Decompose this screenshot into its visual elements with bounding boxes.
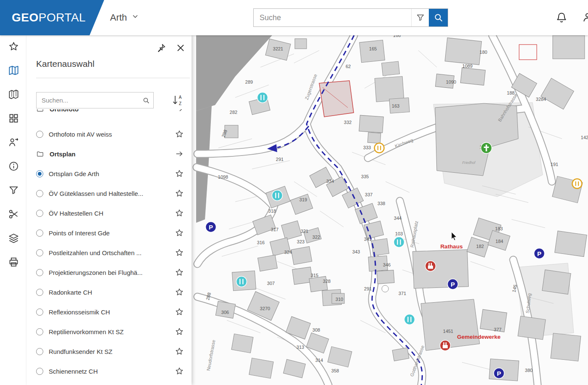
layer-radio-button[interactable] <box>36 190 43 197</box>
favorite-star-icon[interactable] <box>175 307 185 317</box>
expand-folder-arrow-icon[interactable] <box>175 149 185 159</box>
favorite-star-icon[interactable] <box>175 367 185 377</box>
poi-orange-icon[interactable] <box>375 143 384 153</box>
layer-radio-row[interactable]: Rundfunksender Kt SZ <box>27 342 192 361</box>
favorite-star-icon[interactable] <box>175 287 185 298</box>
rail-item-share-user[interactable] <box>0 131 27 155</box>
rail-item-layers[interactable] <box>0 227 27 251</box>
poi-orange-icon[interactable] <box>572 179 582 189</box>
poi-parking-icon[interactable]: P <box>494 368 504 379</box>
parcel-number: 358 <box>331 368 339 373</box>
poi-works-icon[interactable] <box>440 340 451 351</box>
building <box>392 348 409 361</box>
building <box>555 231 587 256</box>
layer-label: Projektierungszonen bei Flughä... <box>49 269 169 276</box>
layer-radio-row[interactable]: Projektierungszonen bei Flughä... <box>27 263 192 282</box>
layer-radio-row[interactable]: Ortsplan Gde Arth <box>27 164 192 184</box>
close-panel-icon[interactable] <box>176 43 186 53</box>
layer-radio-row[interactable]: ÖV Güteklassen und Haltestelle... <box>27 184 192 203</box>
favorite-star-icon[interactable] <box>175 208 185 219</box>
favorite-star-icon[interactable] <box>175 327 185 337</box>
layer-radio-button[interactable] <box>36 368 43 375</box>
layer-radio-row[interactable]: Radonkarte CH <box>27 282 192 302</box>
layer-radio-row[interactable]: Reflexionsseismik CH <box>27 302 192 322</box>
poi-restaurant-icon[interactable] <box>404 314 415 325</box>
layer-radio-row[interactable]: Points of Interest Gde <box>27 223 192 243</box>
parcel-number: 341 <box>364 237 372 242</box>
poi-restaurant-icon[interactable] <box>236 277 247 287</box>
rail-item-apps[interactable] <box>0 107 27 131</box>
poi-parking-icon[interactable]: P <box>206 222 216 232</box>
map-select-icon <box>8 65 19 78</box>
layer-radio-button[interactable] <box>36 170 43 177</box>
svg-text:Z: Z <box>179 101 181 106</box>
svg-text:P: P <box>451 281 455 288</box>
layer-label: Orthofoto mit AV weiss <box>49 131 169 138</box>
layer-radio-row[interactable]: Reptilienvorkommen Kt SZ <box>27 322 192 342</box>
parcel-number: 3284 <box>536 97 546 102</box>
svg-text:P: P <box>497 370 501 377</box>
poi-restaurant-icon[interactable] <box>257 92 268 103</box>
rail-item-favorites[interactable] <box>0 35 27 59</box>
layer-panel: Kartenauswahl AZ OrthofotoOrthofoto mit … <box>27 35 192 385</box>
pin-panel-icon[interactable] <box>156 43 166 53</box>
favorite-star-icon[interactable] <box>175 228 185 238</box>
layer-folder-row[interactable]: Orthofoto <box>27 109 192 119</box>
parcel-number: 322 <box>312 235 320 240</box>
favorite-star-icon[interactable] <box>175 268 185 278</box>
folder-icon <box>36 109 44 113</box>
layer-label: Reptilienvorkommen Kt SZ <box>49 328 169 335</box>
account-icon-partial[interactable] <box>582 11 588 24</box>
poi-restaurant-icon[interactable] <box>272 190 283 201</box>
layer-radio-button[interactable] <box>36 348 43 355</box>
favorite-star-icon[interactable] <box>175 248 185 258</box>
sort-az-icon[interactable]: AZ <box>171 94 184 107</box>
poi-parking-icon[interactable]: P <box>448 279 458 290</box>
layer-label: ÖV Haltestellen CH <box>49 210 169 217</box>
search-button[interactable] <box>429 9 448 26</box>
parcel-number: 62 <box>346 64 351 69</box>
layer-radio-row[interactable]: Orthofoto mit AV weiss <box>27 124 192 144</box>
poi-works-icon[interactable] <box>425 261 436 272</box>
layer-search-input[interactable] <box>37 97 139 104</box>
search-filter-icon[interactable] <box>411 9 429 26</box>
favorite-star-icon[interactable] <box>175 189 185 199</box>
favorite-star-icon[interactable] <box>175 347 185 357</box>
layer-radio-row[interactable]: Postleitzahlen und Ortschaften ... <box>27 243 192 263</box>
layer-radio-button[interactable] <box>36 131 43 138</box>
layer-radio-button[interactable] <box>36 328 43 335</box>
layer-radio-row[interactable]: Schienennetz CH <box>27 361 192 381</box>
rail-item-clip[interactable] <box>0 203 27 227</box>
rail-item-map-select[interactable] <box>0 59 27 83</box>
layer-radio-button[interactable] <box>36 229 43 237</box>
layer-radio-row[interactable]: ÖV Haltestellen CH <box>27 203 192 223</box>
print-icon <box>8 256 19 269</box>
expand-folder-arrow-icon[interactable] <box>175 109 185 114</box>
layer-radio-button[interactable] <box>36 269 43 276</box>
rail-item-filter[interactable] <box>0 179 27 203</box>
poi-church-icon[interactable] <box>481 142 492 153</box>
poi-parking-icon[interactable]: P <box>534 248 545 259</box>
rail-item-info[interactable] <box>0 155 27 179</box>
notifications-bell-icon[interactable] <box>555 11 568 24</box>
favorite-star-icon[interactable] <box>175 129 185 140</box>
layer-radio-button[interactable] <box>36 289 43 296</box>
favorite-star-icon[interactable] <box>175 169 185 179</box>
clip-icon <box>8 208 19 222</box>
layer-label: Schienennetz CH <box>49 368 169 375</box>
layer-folder-label: Orthofoto <box>50 109 169 113</box>
layer-radio-button[interactable] <box>36 210 43 217</box>
layer-radio-button[interactable] <box>36 309 43 316</box>
layer-radio-button[interactable] <box>36 249 43 256</box>
layer-search-icon[interactable] <box>139 97 153 104</box>
rail-item-print[interactable] <box>0 251 27 275</box>
search-input[interactable] <box>254 9 411 26</box>
rail-item-background-maps[interactable] <box>0 83 27 107</box>
building <box>421 299 480 351</box>
layer-folder-row[interactable]: Ortsplan <box>27 144 192 164</box>
municipality-selector[interactable]: Arth <box>110 0 139 35</box>
parcel-number: 333 <box>363 145 371 150</box>
building <box>489 359 519 381</box>
poi-restaurant-icon[interactable] <box>394 237 404 248</box>
parcel-number: 291 <box>276 157 284 162</box>
